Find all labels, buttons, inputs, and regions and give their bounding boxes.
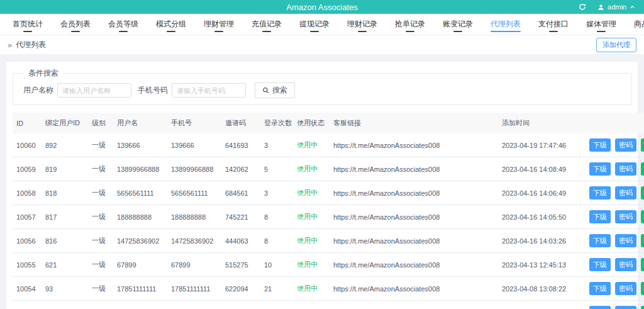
table-row: 10056 816 一级 14725836902 14725836902 444… (13, 229, 644, 253)
nav-tab[interactable]: 代理列表 (482, 14, 530, 35)
sub-agents-button[interactable]: 下级 (589, 282, 611, 295)
column-header: 级别 (88, 113, 113, 133)
cell-service-link: https://t.me/AmazonAssociates008 (330, 181, 498, 205)
cell-phone: 139666 (167, 133, 221, 157)
nav-tab[interactable]: 首页统计 (4, 14, 52, 35)
user-menu[interactable]: admin (597, 3, 635, 11)
sub-agents-button[interactable]: 下级 (589, 138, 611, 152)
sub-agents-button[interactable]: 下级 (589, 210, 611, 223)
nav-tab[interactable]: 支付接口 (530, 14, 577, 35)
cell-login-count: 3 (260, 181, 293, 205)
cell-id: 10059 (13, 157, 42, 181)
sub-agents-button[interactable]: 下级 (589, 186, 611, 199)
top-bar: Amazon Associates admin (0, 0, 644, 14)
cell-login-count: 21 (260, 277, 293, 301)
cell-bind-user-id: 93 (42, 277, 88, 301)
password-button[interactable]: 密码 (615, 210, 636, 223)
cell-status: 使用中 (293, 181, 330, 205)
cell-actions: 下级 密码 编辑 禁用 (579, 205, 644, 229)
edit-button[interactable]: 编辑 (641, 306, 644, 309)
column-header: 登录次数 (260, 113, 293, 133)
refresh-icon (579, 3, 586, 11)
table-row: 10054 93 一级 17851111111 17851111111 6220… (13, 277, 644, 301)
cell-service-link: https://t.me/AmazonAssociates008 (330, 253, 498, 277)
column-header: 手机号 (167, 113, 221, 133)
cell-id: 10060 (13, 133, 42, 157)
cell-login-count: 5 (260, 157, 293, 181)
password-button[interactable]: 密码 (615, 138, 636, 152)
sub-agents-button[interactable]: 下级 (589, 306, 611, 309)
nav-tab[interactable]: 会员列表 (52, 14, 99, 35)
password-button[interactable]: 密码 (615, 306, 636, 309)
search-button[interactable]: 搜索 (255, 82, 295, 98)
cell-level: 一级 (88, 229, 113, 253)
password-button[interactable]: 密码 (615, 162, 636, 176)
password-button[interactable]: 密码 (615, 234, 636, 247)
cell-actions: 下级 密码 编辑 禁用 (579, 253, 644, 277)
nav-tab[interactable]: 理财管理 (195, 14, 243, 35)
refresh-button[interactable] (579, 3, 586, 11)
cell-id: 10058 (13, 181, 42, 205)
nav-tab[interactable]: 媒体管理 (577, 14, 625, 35)
nav-tab[interactable]: 提现记录 (291, 14, 338, 35)
table-row: 10055 621 一级 67899 67899 515275 10 使用中 h… (13, 253, 644, 277)
cell-status: 使用中 (293, 157, 330, 181)
cell-username: 139666 (113, 133, 167, 157)
nav-tab[interactable]: 充值记录 (243, 14, 291, 35)
cell-service-link: https://t.me/AmazonAssociates008 (330, 133, 498, 157)
cell-phone: 17851111111 (167, 277, 221, 301)
sub-agents-button[interactable]: 下级 (589, 162, 611, 176)
edit-button[interactable]: 编辑 (641, 258, 644, 271)
edit-button[interactable]: 编辑 (641, 162, 644, 176)
column-header: 用户名 (113, 113, 167, 133)
cell-invite-code: 444063 (221, 229, 260, 253)
username-input[interactable] (57, 83, 131, 98)
cell-bind-user-id: 818 (42, 181, 88, 205)
cell-invite-code: 515275 (221, 253, 260, 277)
breadcrumb: » 代理列表 (8, 40, 46, 50)
cell-level: 一级 (88, 157, 113, 181)
cell-level: 一级 (88, 133, 113, 157)
nav-tab[interactable]: 会员等级 (99, 14, 147, 35)
cell-id: 10054 (13, 277, 42, 301)
main-card: 条件搜索 用户名称 手机号码 搜索 ID绑定用户ID级别用户名手机号邀请码登录次… (6, 62, 638, 309)
edit-button[interactable]: 编辑 (641, 282, 644, 295)
table-row: 10060 892 一级 139666 139666 641693 3 使用中 … (13, 133, 644, 157)
nav-tab[interactable]: 抢单记录 (386, 14, 434, 35)
cell-bind-user-id: 817 (42, 205, 88, 229)
cell-phone: 14725836902 (167, 229, 221, 253)
nav-tab[interactable]: 模式分组 (147, 14, 195, 35)
edit-button[interactable]: 编辑 (641, 186, 644, 199)
password-button[interactable]: 密码 (615, 282, 636, 295)
cell-added-time: 2023-04-19 17:47:46 (498, 133, 579, 157)
phone-input[interactable] (172, 83, 246, 98)
cell-login-count: 26 (260, 301, 293, 309)
cell-status: 使用中 (293, 205, 330, 229)
cell-added-time: 2023-04-08 13:08:22 (498, 277, 579, 301)
app-title: Amazon Associates (286, 3, 357, 12)
nav-tab[interactable]: 理财记录 (338, 14, 386, 35)
sub-agents-button[interactable]: 下级 (589, 234, 611, 247)
cell-bind-user-id: 819 (42, 157, 88, 181)
nav-tab[interactable]: 账变记录 (434, 14, 482, 35)
search-icon (262, 87, 269, 94)
table-row: 10057 817 一级 188888888 188888888 745221 … (13, 205, 644, 229)
table-row: 10053 94 一级 258369147855 25836914785 573… (13, 301, 644, 309)
edit-button[interactable]: 编辑 (641, 138, 644, 152)
password-button[interactable]: 密码 (615, 258, 636, 271)
cell-username: 67899 (113, 253, 167, 277)
nav-tab[interactable]: 商品管理 (625, 14, 644, 35)
sub-agents-button[interactable]: 下级 (589, 258, 611, 271)
edit-button[interactable]: 编辑 (641, 234, 644, 247)
search-form: 用户名称 手机号码 搜索 (21, 82, 623, 98)
cell-id: 10056 (13, 229, 42, 253)
edit-button[interactable]: 编辑 (641, 210, 644, 223)
add-agent-button[interactable]: 添加代理 (596, 38, 636, 52)
cell-service-link: https://t.me/AmazonAssociates008 (330, 277, 498, 301)
cell-username: 258369147855 (113, 301, 167, 309)
user-icon (597, 4, 604, 11)
cell-status: 使用中 (293, 277, 330, 301)
cell-service-link: https://t.me/AmazonAssociates008 (330, 301, 498, 309)
cell-service-link: https://t.me/AmazonAssociates008 (330, 229, 498, 253)
password-button[interactable]: 密码 (615, 186, 636, 199)
